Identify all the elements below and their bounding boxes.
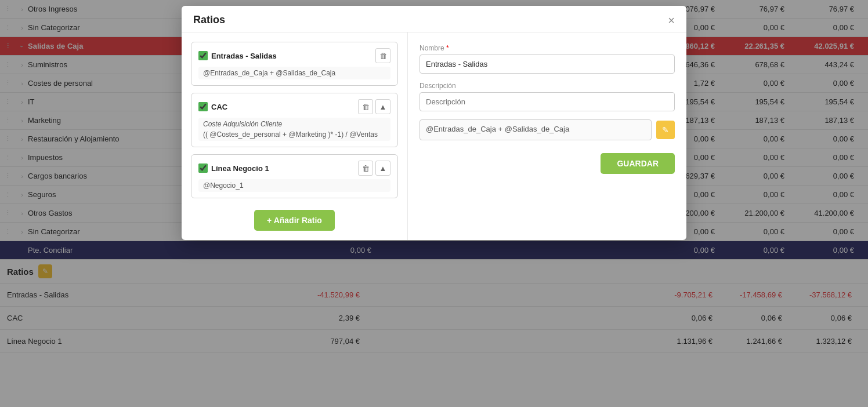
formula-edit-button[interactable]: ✎ bbox=[656, 121, 675, 139]
ratio-card-header-3: Línea Negocio 1 🗑 ▲ bbox=[198, 161, 390, 176]
descripcion-form-group: Descripción bbox=[419, 82, 675, 111]
move-up-ratio-button-2[interactable]: ▲ bbox=[375, 99, 390, 114]
trash-icon: 🗑 bbox=[379, 52, 387, 60]
edit-icon: ✎ bbox=[662, 125, 669, 135]
move-up-ratio-button-3[interactable]: ▲ bbox=[375, 161, 390, 176]
cac-description: Coste Adquisición Cliente bbox=[203, 120, 386, 128]
delete-ratio-button-2[interactable]: 🗑 bbox=[358, 99, 373, 114]
ratio-card-linea-negocio: Línea Negocio 1 🗑 ▲ @Nego bbox=[191, 154, 398, 198]
ratio-formula-2: Coste Adquisición Cliente (( @Costes_de_… bbox=[198, 118, 390, 141]
ratio-checkbox-3[interactable] bbox=[198, 163, 208, 173]
trash-icon-3: 🗑 bbox=[362, 164, 370, 173]
add-ratio-button[interactable]: + Añadir Ratio bbox=[254, 210, 335, 231]
ratio-card-cac: CAC 🗑 ▲ Co bbox=[191, 93, 398, 147]
ratio-formula-1: @Entradas_de_Caja + @Salidas_de_Caja bbox=[198, 67, 390, 79]
nombre-label: Nombre * bbox=[419, 44, 675, 52]
delete-ratio-button-3[interactable]: 🗑 bbox=[358, 161, 373, 176]
ratio-card-name-3: Línea Negocio 1 bbox=[198, 163, 269, 173]
ratio-card-name-1: Entradas - Salidas bbox=[198, 51, 277, 60]
ratio-card-header-2: CAC 🗑 ▲ bbox=[198, 99, 390, 114]
trash-icon-2: 🗑 bbox=[362, 103, 370, 111]
modal-title: Ratios bbox=[193, 14, 225, 26]
formula-display: @Entradas_de_Caja + @Salidas_de_Caja bbox=[419, 119, 652, 140]
ratio-formula-3: @Negocio_1 bbox=[198, 179, 390, 192]
descripcion-input[interactable] bbox=[419, 92, 675, 111]
formula-row: @Entradas_de_Caja + @Salidas_de_Caja ✎ bbox=[419, 119, 675, 140]
ratio-name-label-3: Línea Negocio 1 bbox=[211, 164, 269, 173]
up-arrow-icon-3: ▲ bbox=[379, 164, 387, 173]
formula-form-group: @Entradas_de_Caja + @Salidas_de_Caja ✎ bbox=[419, 119, 675, 140]
modal-body: Entradas - Salidas 🗑 @Entradas_de_Caja +… bbox=[182, 32, 686, 240]
modal-backdrop: Ratios × Entradas - Salidas bbox=[0, 0, 868, 407]
guardar-button[interactable]: GUARDAR bbox=[601, 153, 675, 174]
ratio-card-entradas-salidas: Entradas - Salidas 🗑 @Entradas_de_Caja +… bbox=[191, 42, 398, 86]
ratio-name-label-1: Entradas - Salidas bbox=[211, 52, 277, 60]
nombre-input[interactable] bbox=[419, 54, 675, 74]
ratio-checkbox-1[interactable] bbox=[198, 51, 208, 60]
required-indicator: * bbox=[446, 44, 449, 52]
up-arrow-icon-2: ▲ bbox=[379, 103, 387, 111]
modal-right-panel: Nombre * Descripción @Entradas_de_Caja +… bbox=[408, 32, 686, 240]
ratio-card-actions-1: 🗑 bbox=[375, 48, 390, 63]
modal-header: Ratios × bbox=[182, 6, 686, 32]
main-table: ⋮ › Otros Ingresos 717,77 € 10.076,97 € … bbox=[0, 0, 868, 407]
modal-left-panel: Entradas - Salidas 🗑 @Entradas_de_Caja +… bbox=[182, 32, 408, 240]
ratio-checkbox-2[interactable] bbox=[198, 102, 208, 111]
ratio-name-label-2: CAC bbox=[211, 103, 227, 111]
cac-formula-text: (( @Costes_de_personal + @Marketing )* -… bbox=[203, 130, 386, 139]
descripcion-label: Descripción bbox=[419, 82, 675, 90]
ratio-card-name-2: CAC bbox=[198, 102, 227, 111]
modal-close-button[interactable]: × bbox=[668, 14, 675, 26]
ratio-card-actions-2: 🗑 ▲ bbox=[358, 99, 390, 114]
nombre-form-group: Nombre * bbox=[419, 44, 675, 74]
ratios-modal: Ratios × Entradas - Salidas bbox=[182, 6, 686, 240]
ratio-card-header-1: Entradas - Salidas 🗑 bbox=[198, 48, 390, 63]
ratio-card-actions-3: 🗑 ▲ bbox=[358, 161, 390, 176]
delete-ratio-button-1[interactable]: 🗑 bbox=[375, 48, 390, 63]
